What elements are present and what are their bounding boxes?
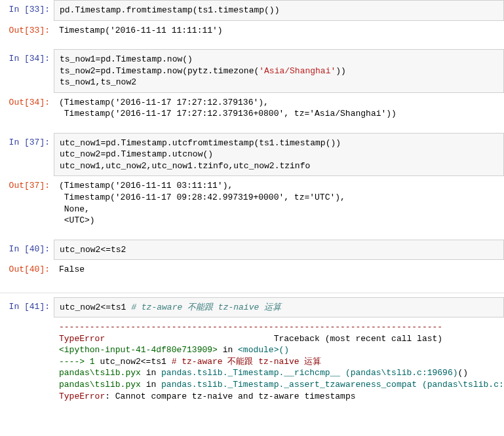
code-token: None, (59, 204, 90, 214)
in-prompt: In [40]: (0, 240, 54, 259)
code-line[interactable]: pd.Timestamp.fromtimestamp(ts1.timestamp… (60, 5, 498, 16)
code-token: pandas\tslib.pyx (59, 368, 141, 378)
out-prompt: Out[37]: (0, 176, 54, 196)
code-token: utc_now1=pd.Timestamp.utcfromtimestamp(t… (60, 138, 341, 148)
code-line[interactable]: utc_now2<=ts1 # tz-aware 不能跟 tz-naive 运算 (60, 302, 498, 314)
code-token: Timestamp('2016-11-11 11:11:11') (59, 26, 223, 35)
code-token: # tz-aware 不能跟 tz-naive 运算 (172, 357, 322, 367)
code-token: (Timestamp('2016-11-17 17:27:12.379136')… (59, 98, 269, 107)
code-token: <module> (238, 345, 279, 355)
error-output: ----------------------------------------… (54, 318, 504, 406)
code-token: utc_now2=pd.Timestamp.utcnow() (60, 149, 213, 159)
spacer (0, 230, 504, 240)
code-line[interactable]: ts_now1,ts_now2 (60, 77, 498, 88)
output-cell: Out[40]:False (0, 260, 504, 280)
code-line: <UTC>) (59, 215, 499, 227)
code-input[interactable]: utc_now2<=ts2 (54, 240, 504, 261)
out-prompt: Out[34]: (0, 93, 54, 113)
code-line[interactable]: ts_now1=pd.Timestamp.now() (60, 54, 498, 65)
spacer (0, 280, 504, 289)
input-cell: In [40]:utc_now2<=ts2 (0, 240, 504, 261)
code-token: ts_now1,ts_now2 (60, 77, 136, 87)
notebook-root: In [33]:pd.Timestamp.fromtimestamp(ts1.t… (0, 0, 504, 415)
code-line[interactable]: utc_now2=pd.Timestamp.utcnow() (60, 149, 498, 160)
code-token: ts_now2=pd.Timestamp.now(pytz.timezone( (60, 66, 259, 76)
spacer (0, 40, 504, 49)
code-line[interactable]: utc_now2<=ts2 (60, 244, 498, 256)
in-prompt: In [41]: (0, 297, 54, 317)
input-cell: In [33]:pd.Timestamp.fromtimestamp(ts1.t… (0, 0, 504, 21)
in-prompt: In [33]: (0, 0, 54, 20)
code-line: ----> 1 utc_now2<=ts1 # tz-aware 不能跟 tz-… (59, 356, 499, 368)
code-token: <ipython-input-41-4df80e713909> (59, 345, 218, 355)
code-input[interactable]: ts_now1=pd.Timestamp.now()ts_now2=pd.Tim… (54, 49, 504, 93)
input-cell: In [41]:utc_now2<=ts1 # tz-aware 不能跟 tz-… (0, 297, 504, 318)
code-input[interactable]: pd.Timestamp.fromtimestamp(ts1.timestamp… (54, 0, 504, 21)
code-token: : Cannot compare tz-naive and tz-aware t… (105, 391, 355, 401)
output-text: (Timestamp('2016-11-11 03:11:11'), Times… (54, 176, 504, 230)
output-text: Timestamp('2016-11-11 11:11:11') (54, 21, 504, 41)
output-text: False (54, 260, 504, 280)
code-line[interactable]: utc_now1,utc_now2,utc_now1.tzinfo,utc_no… (60, 160, 498, 172)
code-token: (Timestamp('2016-11-11 03:11:11'), (59, 181, 233, 191)
code-line[interactable]: utc_now1=pd.Timestamp.utcfromtimestamp(t… (60, 137, 498, 149)
code-token: Traceback (most recent call last) (105, 334, 442, 344)
code-token: 'Asia/Shanghai' (259, 66, 336, 76)
code-token: False (59, 264, 85, 274)
code-token: Timestamp('2016-11-17 17:27:12.379136+08… (59, 109, 397, 118)
cell-separator (0, 293, 504, 293)
code-token: TypeError (59, 391, 105, 401)
code-line: Timestamp('2016-11-11 11:11:11') (59, 25, 499, 37)
code-token: pandas.tslib._Timestamp.__richcmp__ (pan… (161, 368, 457, 378)
code-token: pandas\tslib.pyx (59, 380, 141, 390)
code-token: # tz-aware 不能跟 tz-naive 运算 (131, 302, 281, 312)
code-token: in (141, 380, 161, 390)
code-input[interactable]: utc_now2<=ts1 # tz-aware 不能跟 tz-naive 运算 (54, 297, 504, 318)
code-line: (Timestamp('2016-11-11 03:11:11'), (59, 180, 499, 192)
code-line: (Timestamp('2016-11-17 17:27:12.379136')… (59, 97, 499, 109)
code-token: <UTC>) (59, 215, 95, 225)
code-line: ----------------------------------------… (59, 321, 499, 333)
code-token: () (279, 345, 289, 355)
code-line: pandas\tslib.pyx in pandas.tslib._Timest… (59, 379, 499, 391)
in-prompt: In [34]: (0, 49, 54, 69)
in-prompt: In [37]: (0, 133, 54, 153)
code-line: TypeError: Cannot compare tz-naive and t… (59, 391, 499, 403)
output-text: (Timestamp('2016-11-17 17:27:12.379136')… (54, 93, 504, 124)
input-cell: In [34]:ts_now1=pd.Timestamp.now()ts_now… (0, 49, 504, 93)
output-cell: Out[37]:(Timestamp('2016-11-11 03:11:11'… (0, 176, 504, 230)
output-cell: Out[33]:Timestamp('2016-11-11 11:11:11') (0, 21, 504, 41)
code-token: utc_now1,utc_now2,utc_now1.tzinfo,utc_no… (60, 161, 310, 171)
input-cell: In [37]:utc_now1=pd.Timestamp.utcfromtim… (0, 133, 504, 177)
code-token: () (458, 368, 469, 378)
code-token: Timestamp('2016-11-17 09:28:42.997319+00… (59, 192, 345, 202)
output-cell: Out[34]:(Timestamp('2016-11-17 17:27:12.… (0, 93, 504, 124)
code-line: False (59, 264, 499, 276)
code-token: in (141, 368, 161, 378)
out-prompt: Out[33]: (0, 21, 54, 41)
spacer (0, 124, 504, 133)
code-line: Timestamp('2016-11-17 09:28:42.997319+00… (59, 192, 499, 204)
code-token: utc_now2<=ts1 (95, 357, 172, 367)
code-token: )) (336, 66, 346, 76)
code-line: <ipython-input-41-4df80e713909> in <modu… (59, 344, 499, 356)
out-prompt: Out[40]: (0, 260, 54, 280)
code-line: Timestamp('2016-11-17 17:27:12.379136+08… (59, 108, 499, 120)
code-token: utc_now2<=ts1 (60, 302, 131, 312)
code-token: in (218, 345, 238, 355)
code-token: pd.Timestamp.fromtimestamp(ts1.timestamp… (60, 5, 279, 15)
code-input[interactable]: utc_now1=pd.Timestamp.utcfromtimestamp(t… (54, 133, 504, 177)
code-token: utc_now2<=ts2 (60, 245, 126, 255)
error-cell: ----------------------------------------… (0, 318, 504, 406)
code-token: TypeError (59, 334, 105, 344)
error-prompt (0, 318, 54, 325)
code-line: None, (59, 204, 499, 215)
code-token: ----> 1 (59, 357, 95, 367)
code-token: ----------------------------------------… (59, 322, 442, 332)
spacer (0, 406, 504, 415)
code-token: ts_now1=pd.Timestamp.now() (60, 54, 193, 64)
code-line[interactable]: ts_now2=pd.Timestamp.now(pytz.timezone('… (60, 65, 498, 77)
code-token: pandas.tslib._Timestamp._assert_tzawaren… (161, 380, 504, 390)
code-line: TypeError Traceback (most recent call la… (59, 333, 499, 345)
code-line: pandas\tslib.pyx in pandas.tslib._Timest… (59, 367, 499, 379)
